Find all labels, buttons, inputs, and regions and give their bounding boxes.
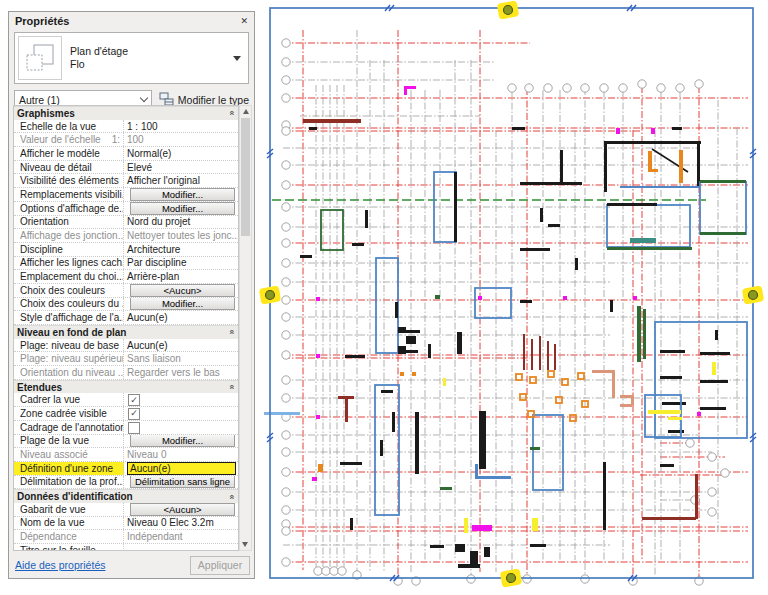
grid-lines [283,30,748,578]
panel-title: Propriétés [15,15,69,27]
property-value[interactable]: <Aucun> [124,284,238,297]
property-label: Définition d'une zone [14,462,124,475]
scrollbar-thumb[interactable] [241,118,250,236]
property-label: Options d'affichage de... [14,202,124,215]
section-header[interactable]: Etendues« [14,380,238,394]
property-value-button[interactable]: <Aucun> [130,503,235,516]
property-grid: Graphismes«Echelle de la vue1 : 100Valeu… [13,105,239,551]
type-name: Flo [70,58,85,70]
property-row: Affichage des jonction...Nettoyer toutes… [14,229,238,243]
property-value[interactable]: Aucun(e) [124,462,238,475]
property-value[interactable]: ✓ [124,407,238,420]
collapse-icon[interactable]: « [226,385,236,390]
property-label: Plage de la vue [14,435,124,448]
crop-handle[interactable] [749,291,758,300]
property-label: Niveau de détail [14,161,124,174]
section-title: Niveau en fond de plan [17,327,126,338]
property-value[interactable]: Aucun(e) [124,311,238,324]
property-value-button[interactable]: Modifier... [130,435,235,448]
property-row: Cadrage de l'annotation [14,421,238,435]
edit-type-label: Modifier le type [178,94,249,106]
collapse-icon[interactable]: « [226,494,236,499]
property-label: Choix des couleurs du ... [14,298,124,311]
property-label: Remplacements visibili... [14,188,124,201]
property-label: Afficher le modèle [14,147,124,160]
property-row: Afficher le modèleNormal(e) [14,147,238,161]
section-header[interactable]: Données d'identification« [14,489,238,503]
property-value[interactable]: Sans liaison [124,352,238,365]
property-value[interactable]: Modifier... [124,435,238,448]
property-label: Titre sur la feuille [14,544,124,551]
checkbox[interactable]: ✓ [128,408,140,420]
scroll-up-icon[interactable] [243,109,249,114]
scrollbar[interactable] [239,105,252,551]
property-value[interactable] [124,544,238,551]
property-row: Orientation du niveau ...Regarder vers l… [14,366,238,380]
collapse-icon[interactable]: « [226,330,236,335]
property-row: Visibilité des élémentsAfficher l'origin… [14,174,238,188]
property-value[interactable]: Par discipline [124,257,238,270]
property-value[interactable]: Délimitation sans ligne [124,476,238,489]
apply-button[interactable]: Appliquer [190,556,250,575]
property-value[interactable]: Aucun(e) [124,339,238,352]
property-label: Délimitation de la prof... [14,476,124,489]
property-value[interactable]: <Aucun> [124,503,238,516]
property-value[interactable]: Architecture [124,243,238,256]
property-value[interactable]: 100 [124,133,238,146]
property-value[interactable]: Indépendant [124,530,238,543]
panel-title-bar[interactable]: Propriétés ✕ [9,12,254,30]
property-row: Options d'affichage de...Modifier... [14,202,238,216]
property-row: Zone cadrée visible✓ [14,407,238,421]
property-row: Choix des couleurs du ...Modifier... [14,298,238,312]
property-value-button[interactable]: Modifier... [130,298,235,311]
property-value-editbox[interactable]: Aucun(e) [127,462,236,475]
property-value-button[interactable]: Délimitation sans ligne [130,476,235,489]
property-value[interactable]: 1 : 100 [124,120,238,133]
checkbox[interactable] [128,422,140,434]
property-label: Plage: niveau de base [14,339,124,352]
property-value[interactable]: Regarder vers le bas [124,366,238,379]
property-value[interactable]: Arrière-plan [124,270,238,283]
collapse-icon[interactable]: « [226,111,236,116]
type-selector-dropdown-icon[interactable] [233,56,241,61]
property-label: Visibilité des éléments [14,174,124,187]
property-value[interactable]: Niveau 0 [124,448,238,461]
section-header[interactable]: Niveau en fond de plan« [14,325,238,339]
close-icon[interactable]: ✕ [240,16,248,26]
section-header[interactable]: Graphismes« [14,106,238,120]
property-value-button[interactable]: Modifier... [130,188,235,201]
property-label: Discipline [14,243,124,256]
property-value[interactable]: Modifier... [124,202,238,215]
property-value[interactable]: Nord du projet [124,216,238,229]
property-row: Plage de la vueModifier... [14,435,238,449]
crop-handle[interactable] [507,574,516,583]
property-value-button[interactable]: <Aucun> [130,284,235,297]
property-row: Niveau de détailElevé [14,161,238,175]
property-label: Orientation [14,216,124,229]
property-value[interactable]: ✓ [124,393,238,406]
properties-help-link[interactable]: Aide des propriétés [15,559,105,571]
property-row: Titre sur la feuille [14,544,238,551]
property-row: Style d'affichage de l'a...Aucun(e) [14,311,238,325]
property-row: DisciplineArchitecture [14,243,238,257]
chevron-down-icon [140,94,148,102]
property-value[interactable]: Modifier... [124,188,238,201]
crop-handle[interactable] [504,6,513,15]
type-selector[interactable]: Plan d'étage Flo [14,32,249,84]
property-label: Affichage des jonction... [14,229,124,242]
property-value[interactable]: Elevé [124,161,238,174]
property-value[interactable]: Nettoyer toutes les jonc... [124,229,238,242]
type-selector-label: Plan d'étage Flo [70,45,128,71]
property-value[interactable] [124,421,238,434]
scroll-down-icon[interactable] [242,542,248,547]
property-value[interactable]: Modifier... [124,298,238,311]
property-value[interactable]: Normal(e) [124,147,238,160]
checkbox[interactable]: ✓ [128,394,140,406]
property-row: Valeur de l'échelle1:100 [14,133,238,147]
property-value-button[interactable]: Modifier... [130,202,235,215]
crop-handle[interactable] [266,291,275,300]
property-label: Orientation du niveau ... [14,366,124,379]
property-row: Délimitation de la prof...Délimitation s… [14,476,238,490]
property-value[interactable]: Afficher l'original [124,174,238,187]
property-value[interactable]: Niveau 0 Elec 3.2m [124,517,238,530]
